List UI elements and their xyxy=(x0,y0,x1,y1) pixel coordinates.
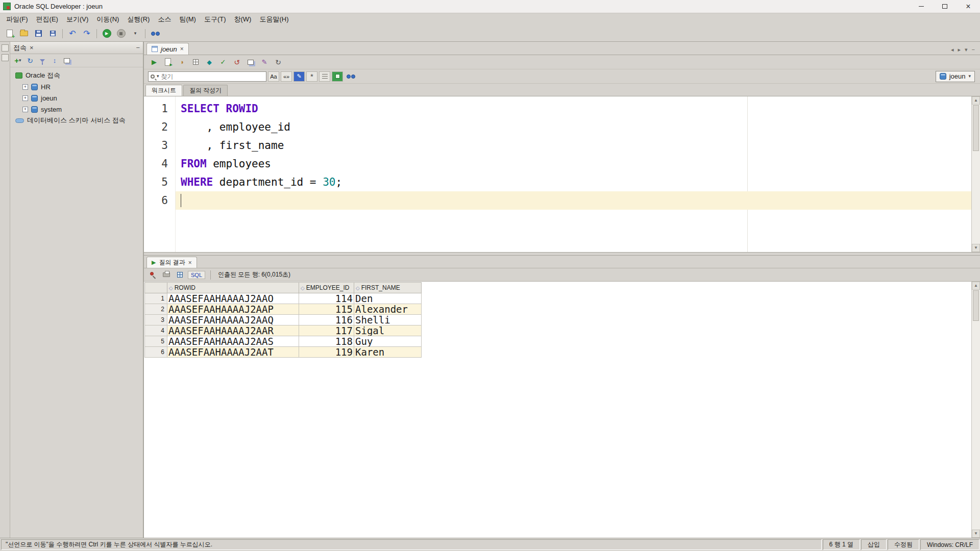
column-header-employee-id[interactable]: ◇EMPLOYEE_ID xyxy=(299,283,354,293)
sidebar-item-joeun[interactable]: + joeun xyxy=(10,92,143,104)
refresh-button[interactable]: ↻ xyxy=(26,56,35,66)
run-statement-button[interactable]: ▶ xyxy=(148,57,160,68)
sidebar-item-schema-service[interactable]: 데이터베이스 스키마 서비스 접속 xyxy=(10,115,143,126)
cell-employee-id[interactable]: 114 xyxy=(299,293,354,304)
panel-minimize-icon[interactable]: − xyxy=(136,44,140,51)
menu-item-tools[interactable]: 도구(T) xyxy=(200,13,230,26)
cell-rowid[interactable]: AAASEFAAHAAAAJ2AAQ xyxy=(167,315,299,325)
sql-history-button[interactable]: ↻ xyxy=(272,57,284,68)
wrap-search-toggle[interactable] xyxy=(319,71,330,82)
close-button[interactable]: × xyxy=(957,0,980,13)
save-button[interactable] xyxy=(32,28,45,40)
minimize-button[interactable] xyxy=(910,0,933,13)
chevron-left-icon[interactable]: ◂ xyxy=(951,47,954,53)
sort-button[interactable]: ↕ xyxy=(50,56,59,66)
code-area[interactable]: SELECT ROWID , employee_id , first_name … xyxy=(176,96,971,252)
clear-button[interactable]: ✎ xyxy=(258,57,271,68)
advanced-search-button[interactable] xyxy=(345,71,357,82)
expand-icon[interactable]: + xyxy=(22,95,28,101)
explain-plan-button[interactable] xyxy=(189,57,202,68)
cell-employee-id[interactable]: 116 xyxy=(299,315,354,325)
sidebar-item-oracle-connections[interactable]: Oracle 접속 xyxy=(10,70,143,81)
new-connection-button[interactable]: +▾ xyxy=(13,56,22,66)
cell-rowid[interactable]: AAASEFAAHAAAAJ2AAS xyxy=(167,336,299,347)
cell-rowid[interactable]: AAASEFAAHAAAAJ2AAO xyxy=(167,293,299,304)
menu-item-file[interactable]: 파일(F) xyxy=(2,13,32,26)
cell-first-name[interactable]: Alexander xyxy=(354,304,422,315)
panel-close-icon[interactable]: × xyxy=(30,44,34,51)
cell-first-name[interactable]: Shelli xyxy=(354,315,422,325)
fetch-all-button[interactable] xyxy=(175,270,185,280)
match-highlight-toggle[interactable] xyxy=(332,71,343,82)
cell-first-name[interactable]: Den xyxy=(354,293,422,304)
column-header-rowid[interactable]: ◇ROWID xyxy=(167,283,299,293)
scroll-up-icon[interactable]: ▲ xyxy=(972,282,980,290)
cell-employee-id[interactable]: 117 xyxy=(299,325,354,336)
menu-item-view[interactable]: 보기(V) xyxy=(62,13,92,26)
scroll-down-icon[interactable]: ▼ xyxy=(972,244,980,252)
menu-item-source[interactable]: 소스 xyxy=(154,13,175,26)
rollback-button[interactable]: ↺ xyxy=(231,57,243,68)
open-file-button[interactable] xyxy=(17,28,31,40)
match-case-toggle[interactable]: Aa xyxy=(268,71,279,82)
new-file-button[interactable]: + xyxy=(3,28,16,40)
search-input[interactable] xyxy=(161,73,264,80)
tab-joeun[interactable]: joeun × xyxy=(146,43,189,55)
results-scrollbar[interactable]: ▲ ▼ xyxy=(971,282,980,538)
cell-rowid[interactable]: AAASEFAAHAAAAJ2AAR xyxy=(167,325,299,336)
cell-employee-id[interactable]: 119 xyxy=(299,347,354,358)
search-button[interactable] xyxy=(149,28,162,40)
tab-query-result[interactable]: ▶ 질의 결과 × xyxy=(146,257,197,268)
menu-item-edit[interactable]: 편집(E) xyxy=(32,13,62,26)
clone-panel-button[interactable] xyxy=(62,56,71,66)
cell-rowid[interactable]: AAASEFAAHAAAAJ2AAT xyxy=(167,347,299,358)
menu-item-help[interactable]: 도움말(H) xyxy=(255,13,292,26)
cell-rowid[interactable]: AAASEFAAHAAAAJ2AAP xyxy=(167,304,299,315)
cell-employee-id[interactable]: 115 xyxy=(299,304,354,315)
run-script-button[interactable]: ▶ xyxy=(162,57,174,68)
run-options-dropdown[interactable]: ▾ xyxy=(129,28,142,40)
editor-scrollbar[interactable]: ▲ ▼ xyxy=(971,96,980,252)
save-all-button[interactable] xyxy=(46,28,59,40)
undo-button[interactable]: ↶ xyxy=(66,28,79,40)
cell-first-name[interactable]: Karen xyxy=(354,347,422,358)
pin-button[interactable] xyxy=(148,270,158,280)
tab-worksheet[interactable]: 워크시트 xyxy=(145,85,182,96)
run-button[interactable]: ▶ xyxy=(100,28,113,40)
tab-close-icon[interactable]: × xyxy=(188,260,192,266)
tab-close-icon[interactable]: × xyxy=(180,46,184,52)
cell-first-name[interactable]: Guy xyxy=(354,336,422,347)
chevron-down-icon[interactable]: ▾ xyxy=(965,47,968,53)
print-button[interactable] xyxy=(161,270,172,280)
sql-tuning-button[interactable]: ◆ xyxy=(203,57,215,68)
whole-word-toggle[interactable]: «» xyxy=(281,71,292,82)
show-sql-button[interactable]: SQL xyxy=(188,271,205,279)
commit-button[interactable]: ✓ xyxy=(217,57,229,68)
autotrace-button[interactable]: ◑ xyxy=(176,57,188,68)
sidebar-item-hr[interactable]: + HR xyxy=(10,81,143,92)
filter-button[interactable] xyxy=(38,56,47,66)
stop-button[interactable] xyxy=(114,28,128,40)
scroll-down-icon[interactable]: ▼ xyxy=(972,530,980,538)
column-header-first-name[interactable]: ◇FIRST_NAME xyxy=(354,283,422,293)
scrollbar-thumb[interactable] xyxy=(973,105,979,151)
scroll-up-icon[interactable]: ▲ xyxy=(972,96,980,105)
maximize-button[interactable] xyxy=(933,0,957,13)
docked-panel-icon[interactable] xyxy=(2,54,9,61)
redo-button[interactable]: ↷ xyxy=(80,28,93,40)
unshared-worksheet-button[interactable] xyxy=(244,57,257,68)
tab-query-builder[interactable]: 질의 작성기 xyxy=(183,85,228,96)
cell-employee-id[interactable]: 118 xyxy=(299,336,354,347)
regex-toggle[interactable]: * xyxy=(306,71,317,82)
menu-item-navigate[interactable]: 이동(N) xyxy=(92,13,123,26)
minimize-panel-icon[interactable]: − xyxy=(972,47,975,53)
menu-item-run[interactable]: 실행(R) xyxy=(123,13,154,26)
menu-item-window[interactable]: 창(W) xyxy=(230,13,256,26)
expand-icon[interactable]: + xyxy=(22,84,28,90)
chevron-right-icon[interactable]: ▸ xyxy=(958,47,961,53)
chevron-down-icon[interactable]: ▾ xyxy=(157,74,159,79)
highlight-toggle[interactable]: ✎ xyxy=(293,71,305,82)
connection-selector[interactable]: joeun ▾ xyxy=(936,71,975,82)
docked-panel-icon[interactable] xyxy=(2,44,9,52)
sidebar-item-system[interactable]: + system xyxy=(10,104,143,115)
